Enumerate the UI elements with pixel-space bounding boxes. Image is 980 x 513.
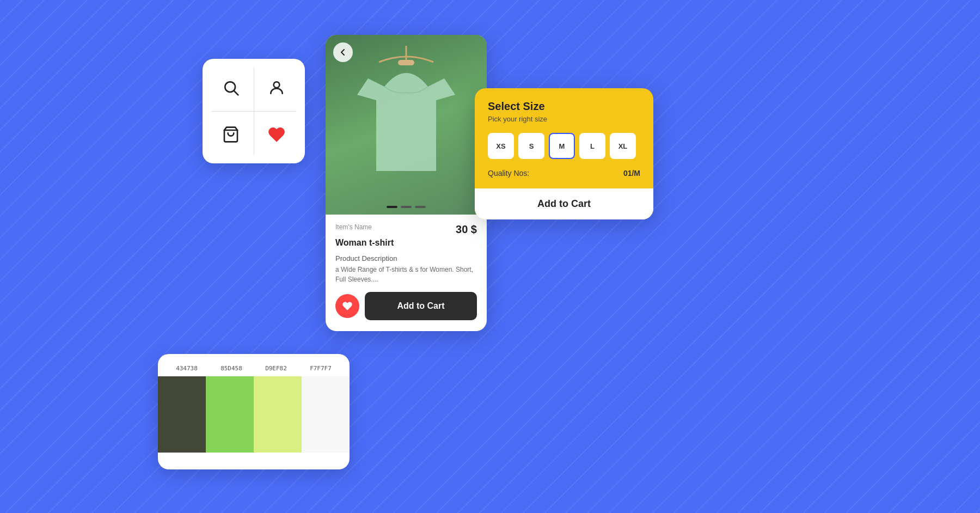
svg-rect-5 — [398, 60, 414, 65]
dot-1 — [387, 206, 397, 208]
color-label-3: D9EF82 — [265, 365, 287, 372]
size-options: XS S M L XL — [488, 133, 640, 159]
svg-line-1 — [234, 91, 238, 95]
dot-2 — [401, 206, 412, 208]
svg-point-2 — [274, 82, 280, 88]
add-to-cart-button[interactable]: Add to Cart — [365, 292, 477, 320]
search-icon — [222, 79, 240, 96]
color-label-2: 85D458 — [220, 365, 242, 372]
palette-swatches — [158, 376, 350, 453]
color-label-4: F7F7F7 — [310, 365, 332, 372]
size-m[interactable]: M — [549, 133, 575, 159]
description-text: a Wide Range of T-shirts & s for Women. … — [335, 265, 477, 284]
user-icon — [268, 79, 285, 96]
swatch-3 — [254, 376, 302, 453]
image-dots — [387, 206, 426, 208]
item-price: 30 $ — [456, 223, 477, 236]
size-s[interactable]: S — [518, 133, 544, 159]
tshirt-illustration — [326, 40, 487, 187]
product-image-area — [326, 35, 487, 215]
swatch-1 — [158, 376, 206, 453]
size-selector-card: Select Size Pick your right size XS S M … — [475, 88, 653, 219]
product-bottom-row: Add to Cart — [335, 292, 477, 320]
heart-icon — [268, 126, 285, 143]
description-label: Product Description — [335, 254, 477, 262]
product-meta: Item's Name 30 $ — [335, 223, 477, 236]
dot-3 — [415, 206, 426, 208]
back-button[interactable] — [333, 42, 353, 62]
size-card-top: Select Size Pick your right size XS S M … — [475, 88, 653, 188]
item-name: Woman t-shirt — [335, 238, 477, 248]
size-xs[interactable]: XS — [488, 133, 514, 159]
cart-nav-item[interactable] — [208, 111, 254, 158]
color-palette-card: 434738 85D458 D9EF82 F7F7F7 — [158, 354, 350, 469]
product-image-placeholder — [326, 35, 487, 215]
quality-label: Quality Nos: — [488, 169, 529, 178]
size-add-to-cart-button[interactable]: Add to Cart — [488, 198, 640, 210]
heart-button[interactable] — [335, 294, 359, 318]
color-label-1: 434738 — [176, 365, 198, 372]
item-label: Item's Name — [335, 223, 372, 231]
product-card: Item's Name 30 $ Woman t-shirt Product D… — [326, 35, 487, 331]
vertical-divider — [254, 68, 254, 155]
nav-icons-card — [203, 59, 305, 163]
size-xl[interactable]: XL — [610, 133, 636, 159]
cart-icon — [222, 126, 240, 143]
palette-labels: 434738 85D458 D9EF82 F7F7F7 — [158, 365, 350, 376]
heart-fill-icon — [342, 301, 353, 312]
size-l[interactable]: L — [579, 133, 605, 159]
size-card-bottom: Add to Cart — [475, 188, 653, 219]
size-title: Select Size — [488, 100, 640, 113]
swatch-2 — [206, 376, 254, 453]
search-nav-item[interactable] — [208, 64, 254, 111]
heart-nav-item[interactable] — [254, 111, 299, 158]
swatch-4 — [302, 376, 350, 453]
quality-row: Quality Nos: 01/M — [488, 169, 640, 178]
user-nav-item[interactable] — [254, 64, 299, 111]
chevron-left-icon — [339, 48, 347, 57]
product-info: Item's Name 30 $ Woman t-shirt Product D… — [326, 215, 487, 331]
quality-value: 01/M — [623, 169, 640, 178]
size-subtitle: Pick your right size — [488, 115, 640, 123]
